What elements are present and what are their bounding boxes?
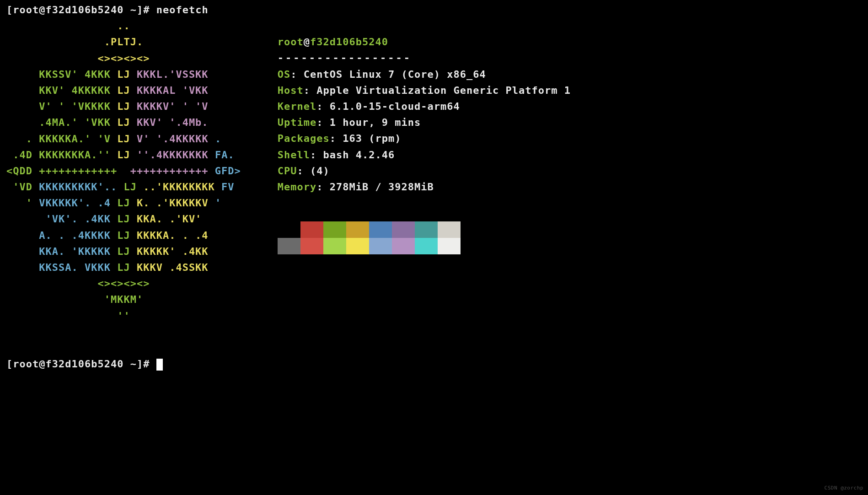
color-swatch xyxy=(438,238,461,254)
info-packages: Packages: 163 (rpm) xyxy=(278,130,571,146)
ascii-logo: .. .PLTJ. <><><><> KKSSV' 4KKK LJ KKKL.'… xyxy=(6,18,241,324)
color-swatch xyxy=(300,221,323,238)
info-host: Host: Apple Virtualization Generic Platf… xyxy=(278,82,571,98)
color-swatch xyxy=(392,221,415,238)
info-memory: Memory: 278MiB / 3928MiB xyxy=(278,179,571,195)
color-swatch xyxy=(369,221,392,238)
command-text: neofetch xyxy=(156,4,209,16)
color-swatch xyxy=(369,238,392,254)
prompt-line-2[interactable]: [root@f32d106b5240 ~]# xyxy=(6,358,163,370)
info-cpu: CPU: (4) xyxy=(278,163,571,179)
color-swatch xyxy=(346,221,369,238)
color-swatch xyxy=(278,221,300,238)
color-swatch xyxy=(323,221,346,238)
info-separator: ----------------- xyxy=(278,50,571,66)
info-os: OS: CentOS Linux 7 (Core) x86_64 xyxy=(278,66,571,82)
cursor-icon xyxy=(156,359,163,371)
color-swatch xyxy=(323,238,346,254)
info-shell: Shell: bash 4.2.46 xyxy=(278,147,571,163)
prompt-line-1: [root@f32d106b5240 ~]# neofetch xyxy=(6,4,209,16)
info-title: root@f32d106b5240 xyxy=(278,34,571,50)
color-swatch xyxy=(415,221,438,238)
color-swatch xyxy=(346,238,369,254)
color-palette xyxy=(278,221,571,254)
color-swatch xyxy=(438,221,461,238)
color-swatch xyxy=(392,238,415,254)
system-info: root@f32d106b5240-----------------OS: Ce… xyxy=(278,18,571,254)
palette-row-1 xyxy=(278,221,571,238)
color-swatch xyxy=(300,238,323,254)
info-uptime: Uptime: 1 hour, 9 mins xyxy=(278,114,571,130)
color-swatch xyxy=(415,238,438,254)
palette-row-2 xyxy=(278,238,571,254)
info-kernel: Kernel: 6.1.0-15-cloud-arm64 xyxy=(278,98,571,114)
color-swatch xyxy=(278,238,300,254)
terminal-output: [root@f32d106b5240 ~]# neofetch .. .PLTJ… xyxy=(6,2,862,372)
